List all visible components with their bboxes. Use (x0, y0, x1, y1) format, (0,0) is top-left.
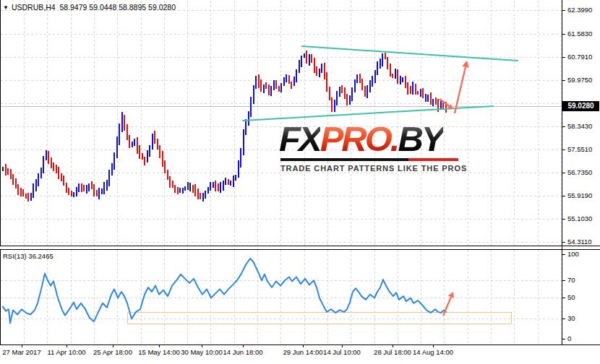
logo-text-fx: FX (279, 119, 320, 158)
rsi-indicator-label: RSI(13) 36.2465 (3, 252, 53, 260)
chart-canvas[interactable] (0, 0, 600, 364)
logo-underline (280, 158, 458, 161)
watermark-logo: FXPRO.BY TRADE CHART PATTERNS LIKE THE P… (279, 121, 464, 173)
logo-wordmark: FXPRO.BY (279, 121, 464, 157)
rsi-support-zone-box (127, 312, 511, 324)
rsi-line (3, 259, 446, 324)
symbol-ohlc-title: USDRUB,H4 58.9479 59.0448 58.8895 59.028… (12, 3, 176, 12)
current-price-tag: 59.0280 (562, 101, 599, 111)
logo-text-pro: PRO. (320, 119, 398, 158)
trendline (302, 46, 518, 61)
logo-text-by: BY (398, 119, 442, 158)
chart-title: ▼USDRUB,H4 58.9479 59.0448 58.8895 59.02… (3, 3, 176, 12)
logo-tagline: TRADE CHART PATTERNS LIKE THE PROS (280, 164, 464, 173)
trading-chart-window: 62.399061.583060.791059.975059.159058.34… (0, 0, 600, 364)
chevron-down-icon[interactable]: ▼ (3, 4, 9, 11)
